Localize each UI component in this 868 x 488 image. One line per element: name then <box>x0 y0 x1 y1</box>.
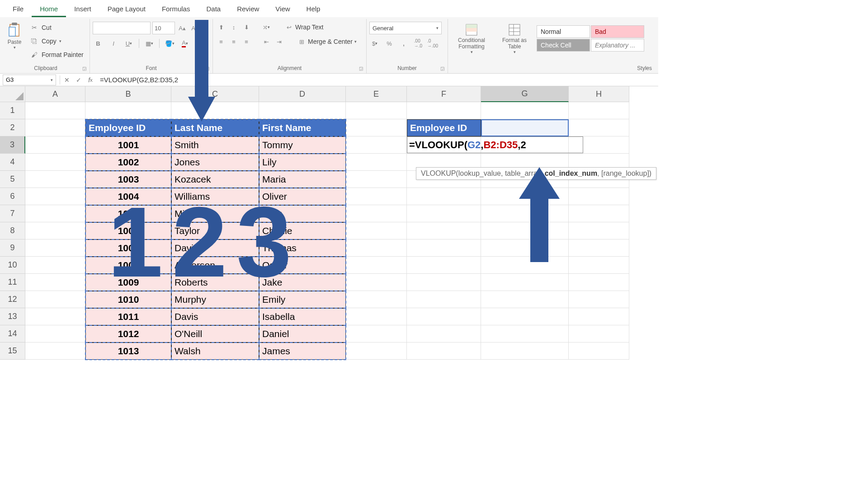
enter-formula-button[interactable]: ✓ <box>73 74 85 86</box>
alignment-launcher[interactable]: ◲ <box>359 66 364 71</box>
align-middle-icon[interactable]: ↕ <box>228 22 239 33</box>
align-top-icon[interactable]: ⬆ <box>216 22 226 33</box>
cell[interactable]: Miller <box>171 205 259 222</box>
cell[interactable] <box>259 102 346 119</box>
name-box[interactable]: G3 ▾ <box>3 75 56 85</box>
cell[interactable] <box>346 222 407 239</box>
row-header[interactable]: 7 <box>0 205 25 222</box>
cell[interactable]: Jake <box>259 274 346 291</box>
cell[interactable]: O'Neill <box>171 325 259 343</box>
cell[interactable] <box>569 102 629 119</box>
select-all-corner[interactable] <box>0 86 25 102</box>
cell[interactable]: Employee ID <box>85 119 171 136</box>
tab-insert[interactable]: Insert <box>66 2 99 17</box>
col-header-d[interactable]: D <box>259 86 346 102</box>
cell[interactable]: Maria <box>259 171 346 188</box>
tab-formulas[interactable]: Formulas <box>154 2 198 17</box>
tab-review[interactable]: Review <box>229 2 267 17</box>
cell[interactable]: Jones <box>171 154 259 171</box>
cell[interactable]: 1011 <box>85 308 171 325</box>
cell[interactable] <box>569 308 629 325</box>
cell[interactable] <box>346 257 407 274</box>
cancel-formula-button[interactable]: ✕ <box>61 74 73 86</box>
cell[interactable] <box>346 239 407 257</box>
font-name-select[interactable] <box>93 22 151 34</box>
cell[interactable] <box>25 222 85 239</box>
cell[interactable]: Last Name <box>171 119 259 136</box>
increase-indent-icon[interactable]: ⇥ <box>274 36 284 47</box>
increase-font-icon[interactable]: A▴ <box>177 23 188 33</box>
cell[interactable]: Murphy <box>171 291 259 308</box>
row-header[interactable]: 2 <box>0 119 25 136</box>
italic-button[interactable]: I <box>108 38 119 49</box>
row-header[interactable]: 5 <box>0 171 25 188</box>
cell[interactable]: 1009 <box>85 274 171 291</box>
cell[interactable] <box>25 274 85 291</box>
cell[interactable]: Anderson <box>171 257 259 274</box>
cell[interactable] <box>346 136 407 154</box>
cell[interactable]: 1001 <box>85 136 171 154</box>
cell[interactable] <box>481 308 569 325</box>
tab-data[interactable]: Data <box>198 2 229 17</box>
copy-button[interactable]: ⿻ Copy ▾ <box>28 35 85 47</box>
tab-page-layout[interactable]: Page Layout <box>99 2 154 17</box>
cell[interactable] <box>407 102 481 119</box>
cell[interactable]: 1006 <box>85 222 171 239</box>
cell[interactable]: Taylor <box>171 222 259 239</box>
tab-home[interactable]: Home <box>32 2 66 17</box>
cell[interactable]: Employee ID <box>407 119 481 136</box>
cell[interactable] <box>407 308 481 325</box>
cell[interactable]: Kozacek <box>171 171 259 188</box>
cell[interactable] <box>481 343 569 360</box>
cell[interactable]: 1012 <box>85 325 171 343</box>
cell[interactable]: Oliver <box>259 188 346 205</box>
clipboard-launcher[interactable]: ◲ <box>82 66 88 71</box>
cell[interactable] <box>25 171 85 188</box>
cell[interactable] <box>569 222 629 239</box>
cell[interactable]: 1002 <box>85 154 171 171</box>
fx-button[interactable]: fx <box>85 74 96 86</box>
cell[interactable]: Tommy <box>259 136 346 154</box>
cell[interactable]: Daniel <box>259 325 346 343</box>
format-as-table-button[interactable]: Format as Table ▾ <box>496 22 533 55</box>
cell[interactable] <box>407 205 481 222</box>
row-header[interactable]: 15 <box>0 343 25 360</box>
paste-button[interactable]: Paste ▾ <box>5 20 24 64</box>
cell[interactable] <box>25 308 85 325</box>
cell[interactable] <box>25 257 85 274</box>
style-explanatory[interactable]: Explanatory ... <box>591 39 644 52</box>
cell[interactable] <box>25 136 85 154</box>
cell[interactable] <box>346 154 407 171</box>
number-format-select[interactable]: General ▾ <box>369 22 442 34</box>
cell[interactable] <box>346 102 407 119</box>
cell[interactable] <box>171 102 259 119</box>
cell[interactable]: 1008 <box>85 257 171 274</box>
cell[interactable] <box>569 291 629 308</box>
cell[interactable] <box>346 188 407 205</box>
cell[interactable] <box>407 291 481 308</box>
cell[interactable] <box>25 102 85 119</box>
cell[interactable]: Davies <box>171 239 259 257</box>
bold-button[interactable]: B <box>93 38 104 49</box>
cell[interactable] <box>346 205 407 222</box>
row-header[interactable]: 10 <box>0 257 25 274</box>
style-normal[interactable]: Normal <box>537 25 590 38</box>
cell[interactable]: 1005 <box>85 205 171 222</box>
cell[interactable] <box>346 343 407 360</box>
number-launcher[interactable]: ◲ <box>440 66 446 71</box>
cell[interactable] <box>569 257 629 274</box>
cell[interactable] <box>346 308 407 325</box>
wrap-text-button[interactable]: Wrap Text <box>295 23 324 31</box>
cell[interactable]: Williams <box>171 188 259 205</box>
col-header-h[interactable]: H <box>569 86 629 102</box>
cell[interactable] <box>346 171 407 188</box>
cell[interactable] <box>25 154 85 171</box>
row-header[interactable]: 3 <box>0 136 25 154</box>
row-header[interactable]: 6 <box>0 188 25 205</box>
comma-button[interactable]: , <box>398 38 409 49</box>
underline-button[interactable]: U▾ <box>123 38 134 49</box>
tab-view[interactable]: View <box>267 2 298 17</box>
increase-decimal-icon[interactable]: .00→.0 <box>413 38 424 49</box>
formula-input[interactable]: =VLOOKUP(G2,B2:D35,2 <box>96 76 658 84</box>
cell[interactable] <box>481 102 569 119</box>
